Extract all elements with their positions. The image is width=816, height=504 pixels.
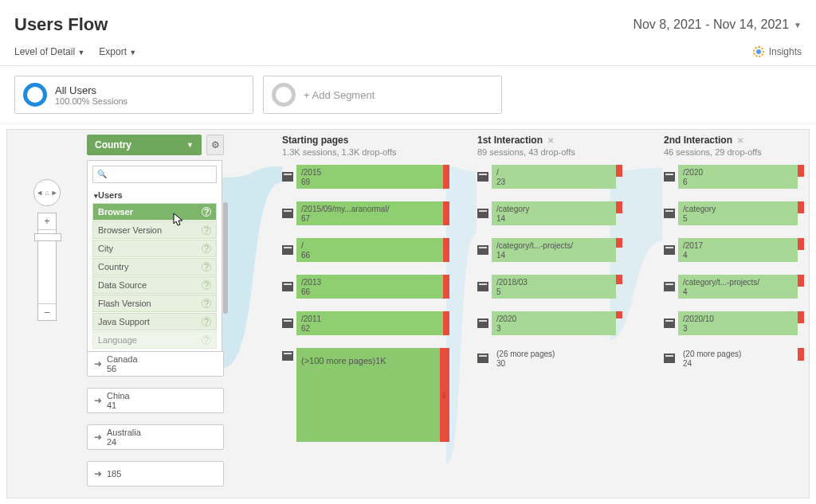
page-icon: [282, 201, 296, 225]
flow-node[interactable]: /category/t...-projects/4: [664, 275, 804, 299]
segment-ring-icon: [272, 83, 296, 107]
dropoff-indicator: [798, 348, 804, 361]
page-icon: [282, 238, 296, 262]
insights-button[interactable]: Insights: [753, 46, 802, 57]
flow-node[interactable]: /201162: [282, 311, 449, 335]
zoom-out-button[interactable]: –: [38, 304, 56, 320]
help-icon[interactable]: ?: [202, 299, 211, 308]
flow-node[interactable]: /category5: [664, 201, 804, 225]
arrow-right-icon: ➜: [94, 432, 102, 443]
dropoff-indicator: [443, 238, 449, 262]
flow-node[interactable]: /category14: [477, 201, 622, 225]
level-of-detail-menu[interactable]: Level of Detail ▼: [14, 46, 84, 57]
date-range-picker[interactable]: Nov 8, 2021 - Nov 14, 2021 ▼: [633, 18, 802, 32]
dropoff-indicator: [798, 165, 804, 177]
close-icon[interactable]: ✕: [737, 136, 743, 145]
dropoff-indicator: [616, 311, 622, 318]
page-icon: [282, 348, 296, 442]
dimension-picker[interactable]: Country ▼: [87, 135, 202, 155]
flow-node[interactable]: /66: [282, 238, 449, 262]
dimension-option-language[interactable]: Language?: [92, 331, 217, 349]
zoom-in-button[interactable]: +: [38, 213, 56, 229]
dimension-group[interactable]: Users: [88, 188, 222, 202]
page-icon: [477, 275, 492, 299]
flow-node-more[interactable]: (26 more pages)30: [477, 348, 622, 369]
page-icon: [664, 311, 678, 335]
flow-node[interactable]: /20174: [664, 238, 804, 262]
export-menu[interactable]: Export ▼: [99, 46, 136, 57]
dimension-option-city[interactable]: City?: [92, 240, 217, 257]
country-node-canada[interactable]: ➜Canada56: [87, 351, 224, 377]
settings-button[interactable]: ⚙: [206, 135, 224, 155]
dimension-option-browser-version[interactable]: Browser Version?: [92, 221, 217, 239]
nav-pan-control[interactable]: ◄ ⌂ ►: [33, 179, 61, 206]
flow-node[interactable]: /23: [477, 165, 622, 189]
help-icon[interactable]: ?: [202, 280, 211, 290]
flow-node-more[interactable]: (>100 more pages)1K: [282, 348, 449, 442]
dropoff-indicator: [443, 275, 449, 299]
chevron-down-icon: ▼: [794, 21, 802, 29]
country-node-australia[interactable]: ➜Australia24: [87, 424, 224, 450]
help-icon[interactable]: ?: [202, 317, 211, 326]
country-node-china[interactable]: ➜China41: [87, 388, 224, 413]
starting-pages-sub: 1.3K sessions, 1.3K drop-offs: [282, 147, 449, 157]
dropoff-indicator: [798, 275, 804, 287]
chevron-left-icon: ◄: [36, 189, 43, 197]
page-icon: [664, 165, 678, 189]
dimension-dropdown-panel: 🔍 Users Browser? Browser Version? City? …: [87, 160, 222, 373]
dimension-option-java-support[interactable]: Java Support?: [92, 313, 217, 330]
help-icon[interactable]: ?: [202, 262, 211, 272]
arrow-right-icon: ➜: [94, 395, 102, 406]
flow-node[interactable]: /2018/035: [477, 275, 622, 299]
page-icon: [664, 348, 678, 369]
dropoff-indicator: [616, 238, 622, 248]
page-icon: [477, 165, 492, 189]
page-icon: [477, 348, 492, 369]
dropoff-indicator: [798, 201, 804, 213]
page-title: Users Flow: [14, 14, 108, 35]
flow-node[interactable]: /2015/09/my...aranormal/67: [282, 201, 449, 225]
flow-node[interactable]: /201366: [282, 275, 449, 299]
dropoff-indicator: [440, 348, 449, 442]
add-segment-label: + Add Segment: [304, 89, 375, 101]
page-icon: [664, 275, 678, 299]
zoom-slider[interactable]: [38, 229, 56, 304]
segment-all-users[interactable]: All Users 100.00% Sessions: [14, 76, 253, 114]
dropoff-indicator: [616, 275, 622, 284]
date-range-text: Nov 8, 2021 - Nov 14, 2021: [633, 18, 789, 32]
second-interaction-header: 2nd Interaction✕: [664, 135, 804, 146]
dimension-option-country[interactable]: Country?: [92, 258, 217, 275]
help-icon[interactable]: ?: [202, 335, 211, 345]
scrollbar[interactable]: [223, 202, 228, 314]
help-icon[interactable]: ?: [202, 225, 211, 235]
flow-node[interactable]: /20206: [664, 165, 804, 189]
flow-canvas[interactable]: ◄ ⌂ ► + – Country ▼ ⚙ 🔍 Users: [6, 129, 810, 498]
search-icon: 🔍: [97, 170, 107, 178]
dimension-option-data-source[interactable]: Data Source?: [92, 276, 217, 294]
add-segment-button[interactable]: + Add Segment: [263, 76, 502, 114]
flow-node[interactable]: /20203: [477, 311, 622, 335]
flow-node[interactable]: /category/t...-projects/14: [477, 238, 622, 262]
dropoff-indicator: [616, 201, 622, 213]
flow-node[interactable]: /2020/103: [664, 311, 804, 335]
help-icon[interactable]: ?: [202, 207, 211, 217]
dropoff-indicator: [616, 165, 622, 177]
country-node-other[interactable]: ➜185: [87, 461, 224, 486]
dropoff-indicator: [798, 311, 804, 323]
chevron-right-icon: ►: [51, 189, 58, 197]
zoom-handle[interactable]: [34, 233, 61, 241]
page-icon: [664, 238, 678, 262]
flow-node-more[interactable]: (20 more pages)24: [664, 348, 804, 369]
insights-icon: [753, 46, 764, 57]
dimension-option-browser[interactable]: Browser?: [92, 203, 217, 221]
page-icon: [477, 201, 492, 225]
dimension-option-flash-version[interactable]: Flash Version?: [92, 295, 217, 312]
dropoff-indicator: [443, 165, 449, 189]
page-icon: [477, 311, 492, 335]
flow-node[interactable]: /201569: [282, 165, 449, 189]
first-interaction-header: 1st Interaction✕: [477, 135, 622, 146]
help-icon[interactable]: ?: [202, 244, 211, 253]
dimension-search-input[interactable]: [92, 166, 217, 183]
close-icon[interactable]: ✕: [547, 136, 554, 145]
home-icon: ⌂: [45, 189, 49, 197]
